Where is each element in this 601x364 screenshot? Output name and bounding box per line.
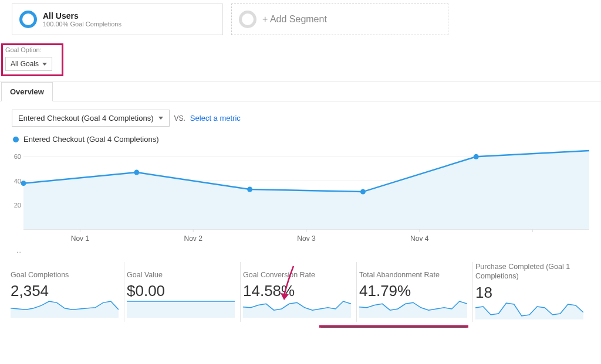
metric-card[interactable]: Goal Conversion Rate14.58% <box>241 262 357 322</box>
metric-card[interactable]: Purchase Completed (Goal 1 Completions)1… <box>473 262 589 322</box>
metric-label: Goal Completions <box>11 262 118 281</box>
conversion-rate-tooltip: The sum of all individual goal conversio… <box>319 325 468 328</box>
svg-text:Nov 4: Nov 4 <box>410 234 429 243</box>
legend-dot-icon <box>13 137 19 142</box>
metric-value: 2,354 <box>11 281 118 300</box>
line-chart: 204060Nov 1Nov 2Nov 3Nov 4 <box>8 147 592 247</box>
metric-value: 14.58% <box>243 281 350 300</box>
svg-text:60: 60 <box>14 153 21 160</box>
metric-label: Purchase Completed (Goal 1 Completions) <box>475 262 583 283</box>
svg-text:Nov 3: Nov 3 <box>297 234 316 243</box>
chevron-down-icon <box>158 117 163 120</box>
goal-option-label: Goal Option: <box>5 46 59 53</box>
svg-text:Nov 1: Nov 1 <box>71 234 90 243</box>
primary-metric-label: Entered Checkout (Goal 4 Completions) <box>18 114 154 123</box>
goal-option-select[interactable]: All Goals <box>5 57 52 71</box>
metric-label: Total Abandonment Rate <box>359 262 467 281</box>
metric-label: Goal Conversion Rate <box>243 262 350 281</box>
chart-legend-label: Entered Checkout (Goal 4 Completions) <box>23 135 159 144</box>
add-segment-button[interactable]: + Add Segment <box>231 4 448 35</box>
svg-point-11 <box>474 154 479 159</box>
sparkline <box>359 300 467 318</box>
chart-x-start: ... <box>8 247 593 254</box>
secondary-metric-link[interactable]: Select a metric <box>190 114 241 123</box>
add-segment-label: + Add Segment <box>262 14 327 25</box>
svg-point-7 <box>21 181 26 186</box>
sparkline <box>127 300 235 318</box>
sparkline <box>243 300 351 318</box>
metric-card[interactable]: Goal Completions2,354 <box>8 262 124 322</box>
chart-legend: Entered Checkout (Goal 4 Completions) <box>8 131 593 147</box>
goal-option-value: All Goals <box>11 60 39 68</box>
svg-text:Nov 2: Nov 2 <box>184 234 203 243</box>
metric-value: 41.79% <box>359 281 467 300</box>
svg-point-10 <box>360 189 366 195</box>
metric-label: Goal Value <box>127 262 234 281</box>
segment-circle-icon <box>19 11 37 28</box>
add-segment-circle-icon <box>239 11 256 28</box>
sparkline <box>475 302 583 319</box>
segment-subtitle: 100.00% Goal Completions <box>43 21 121 28</box>
svg-text:40: 40 <box>14 178 21 185</box>
segment-all-users[interactable]: All Users 100.00% Goal Completions <box>12 4 223 35</box>
metric-card[interactable]: Goal Value$0.00 <box>124 262 241 322</box>
goal-option-highlight: Goal Option: All Goals <box>1 43 63 76</box>
svg-point-8 <box>134 170 139 175</box>
metrics-row: Goal Completions2,354Goal Value$0.00Goal… <box>0 254 601 328</box>
metric-value: 18 <box>475 283 583 302</box>
chevron-down-icon <box>42 63 47 66</box>
metric-card[interactable]: Total Abandonment Rate41.79% <box>357 262 473 322</box>
metric-value: $0.00 <box>127 281 234 300</box>
svg-text:20: 20 <box>14 202 21 209</box>
tab-overview[interactable]: Overview <box>1 82 53 101</box>
segment-title: All Users <box>43 11 121 21</box>
svg-point-9 <box>247 186 252 192</box>
vs-label: VS. <box>174 114 185 123</box>
sparkline <box>11 300 119 318</box>
primary-metric-select[interactable]: Entered Checkout (Goal 4 Completions) <box>12 110 170 127</box>
